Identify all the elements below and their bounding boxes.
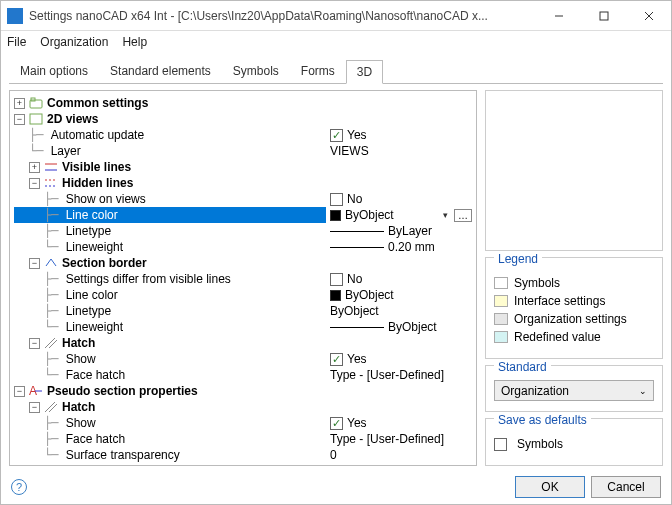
node-common-settings[interactable]: + Common settings bbox=[14, 95, 476, 111]
save-defaults-group: Save as defaults Symbols bbox=[485, 418, 663, 466]
save-defaults-symbols-checkbox[interactable]: Symbols bbox=[494, 437, 654, 451]
legend-swatch-symbols bbox=[494, 277, 508, 289]
more-button[interactable]: … bbox=[454, 209, 472, 222]
checkbox-icon[interactable] bbox=[330, 353, 343, 366]
help-icon[interactable]: ? bbox=[11, 479, 27, 495]
legend-swatch-redefined bbox=[494, 331, 508, 343]
expander-icon[interactable]: − bbox=[14, 386, 25, 397]
standard-dropdown[interactable]: Organization ⌄ bbox=[494, 380, 654, 401]
node-layer[interactable]: └─ Layer VIEWS bbox=[14, 143, 476, 159]
node-settings-differ[interactable]: ├─ Settings differ from visible lines No bbox=[14, 271, 476, 287]
hatch-icon bbox=[44, 337, 58, 349]
tab-main-options[interactable]: Main options bbox=[9, 59, 99, 83]
color-swatch-icon bbox=[330, 290, 341, 301]
node-hatch-face[interactable]: └─ Face hatch Type - [User-Defined] bbox=[14, 367, 476, 383]
property-tree-pane: + Common settings − 2D views bbox=[9, 90, 477, 466]
window-title: Settings nanoCAD x64 Int - [C:\Users\Inz… bbox=[29, 9, 536, 23]
node-p-hatch[interactable]: − Hatch bbox=[14, 399, 476, 415]
chevron-down-icon: ⌄ bbox=[639, 386, 647, 396]
node-sb-line-color[interactable]: ├─ Line color ByObject bbox=[14, 287, 476, 303]
svg-rect-1 bbox=[600, 12, 608, 20]
legend-swatch-interface bbox=[494, 295, 508, 307]
section-border-icon bbox=[44, 257, 58, 269]
linetype-preview-icon bbox=[330, 231, 384, 232]
checkbox-icon bbox=[494, 438, 507, 451]
node-lineweight[interactable]: └─ Lineweight 0.20 mm bbox=[14, 239, 476, 255]
node-linetype[interactable]: ├─ Linetype ByLayer bbox=[14, 223, 476, 239]
lineweight-preview-icon bbox=[330, 247, 384, 248]
tab-strip: Main options Standard elements Symbols F… bbox=[9, 59, 663, 83]
node-section-border[interactable]: − Section border bbox=[14, 255, 476, 271]
pseudo-section-icon: A bbox=[29, 385, 43, 397]
hidden-lines-icon bbox=[44, 177, 58, 189]
expander-icon[interactable]: + bbox=[14, 98, 25, 109]
checkbox-icon[interactable] bbox=[330, 273, 343, 286]
expander-icon[interactable]: − bbox=[29, 402, 40, 413]
footer: ? OK Cancel bbox=[1, 470, 671, 504]
content-area: + Common settings − 2D views bbox=[9, 90, 663, 466]
node-hidden-lines[interactable]: − Hidden lines bbox=[14, 175, 476, 191]
node-hatch-show[interactable]: ├─ Show Yes bbox=[14, 351, 476, 367]
tab-symbols[interactable]: Symbols bbox=[222, 59, 290, 83]
checkbox-icon[interactable] bbox=[330, 129, 343, 142]
ok-button[interactable]: OK bbox=[515, 476, 585, 498]
node-sb-linetype[interactable]: ├─ Linetype ByObject bbox=[14, 303, 476, 319]
svg-line-16 bbox=[49, 404, 57, 412]
title-bar: Settings nanoCAD x64 Int - [C:\Users\Inz… bbox=[1, 1, 671, 31]
node-automatic-update[interactable]: ├─ Automatic update Yes bbox=[14, 127, 476, 143]
menu-organization[interactable]: Organization bbox=[40, 35, 108, 49]
minimize-button[interactable] bbox=[536, 1, 581, 31]
color-swatch-icon bbox=[330, 210, 341, 221]
node-visible-lines[interactable]: + Visible lines bbox=[14, 159, 476, 175]
preview-area bbox=[485, 90, 663, 251]
legend-group: Legend Symbols Interface settings Organi… bbox=[485, 257, 663, 359]
expander-icon[interactable]: − bbox=[29, 258, 40, 269]
lineweight-preview-icon bbox=[330, 327, 384, 328]
tab-standard-elements[interactable]: Standard elements bbox=[99, 59, 222, 83]
node-sb-lineweight[interactable]: └─ Lineweight ByObject bbox=[14, 319, 476, 335]
visible-lines-icon bbox=[44, 161, 58, 173]
legend-swatch-organization bbox=[494, 313, 508, 325]
node-p-show[interactable]: ├─ Show Yes bbox=[14, 415, 476, 431]
tab-3d[interactable]: 3D bbox=[346, 60, 383, 84]
standard-group: Standard Organization ⌄ bbox=[485, 365, 663, 412]
svg-rect-6 bbox=[30, 114, 42, 124]
hatch-icon bbox=[44, 401, 58, 413]
node-pseudo-section[interactable]: − A Pseudo section properties bbox=[14, 383, 476, 399]
expander-icon[interactable]: + bbox=[29, 162, 40, 173]
maximize-button[interactable] bbox=[581, 1, 626, 31]
checkbox-icon[interactable] bbox=[330, 417, 343, 430]
cancel-button[interactable]: Cancel bbox=[591, 476, 661, 498]
node-p-face[interactable]: ├─ Face hatch Type - [User-Defined] bbox=[14, 431, 476, 447]
checkbox-icon[interactable] bbox=[330, 193, 343, 206]
menu-bar: File Organization Help bbox=[1, 31, 671, 53]
node-surface-transparency[interactable]: └─ Surface transparency 0 bbox=[14, 447, 476, 463]
expander-icon[interactable]: − bbox=[29, 178, 40, 189]
node-show-on-views[interactable]: ├─ Show on views No bbox=[14, 191, 476, 207]
close-button[interactable] bbox=[626, 1, 671, 31]
node-2d-views[interactable]: − 2D views bbox=[14, 111, 476, 127]
node-line-color-selected[interactable]: ├─ Line color ByObject▾… bbox=[14, 207, 476, 223]
folder-icon bbox=[29, 97, 43, 109]
right-panel: Legend Symbols Interface settings Organi… bbox=[485, 90, 663, 466]
tab-forms[interactable]: Forms bbox=[290, 59, 346, 83]
app-icon bbox=[7, 8, 23, 24]
property-tree-scroll[interactable]: + Common settings − 2D views bbox=[10, 91, 476, 465]
node-hatch[interactable]: − Hatch bbox=[14, 335, 476, 351]
settings-window: Settings nanoCAD x64 Int - [C:\Users\Inz… bbox=[0, 0, 672, 505]
menu-help[interactable]: Help bbox=[122, 35, 147, 49]
dropdown-arrow-icon[interactable]: ▾ bbox=[443, 207, 448, 223]
svg-line-12 bbox=[49, 340, 57, 348]
menu-file[interactable]: File bbox=[7, 35, 26, 49]
expander-icon[interactable]: − bbox=[29, 338, 40, 349]
expander-icon[interactable]: − bbox=[14, 114, 25, 125]
views-2d-icon bbox=[29, 113, 43, 125]
